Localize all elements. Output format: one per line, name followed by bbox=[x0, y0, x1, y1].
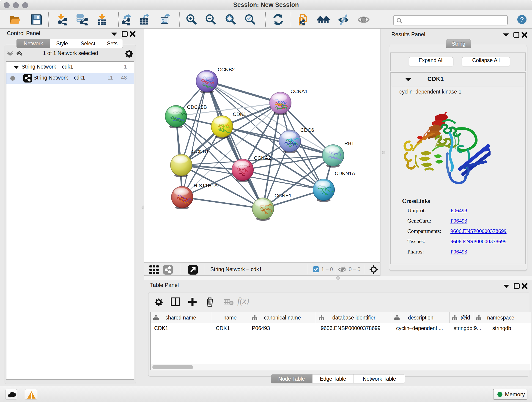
svg-text:CCNB1: CCNB1 bbox=[192, 148, 209, 154]
svg-text:CDC25B: CDC25B bbox=[187, 104, 207, 110]
svg-text:HIST1H1A: HIST1H1A bbox=[194, 183, 218, 188]
svg-text:CDK1: CDK1 bbox=[233, 111, 246, 117]
svg-text:?: ? bbox=[520, 16, 524, 23]
svg-text:CCNB2: CCNB2 bbox=[218, 67, 235, 72]
svg-text:CCNE1: CCNE1 bbox=[274, 193, 292, 198]
svg-text:CCNA2: CCNA2 bbox=[254, 155, 271, 161]
svg-text:CCNA1: CCNA1 bbox=[291, 89, 308, 94]
svg-text:CDC6: CDC6 bbox=[300, 127, 314, 133]
svg-text:CDKN1A: CDKN1A bbox=[335, 171, 355, 176]
svg-text:RB1: RB1 bbox=[344, 140, 354, 146]
